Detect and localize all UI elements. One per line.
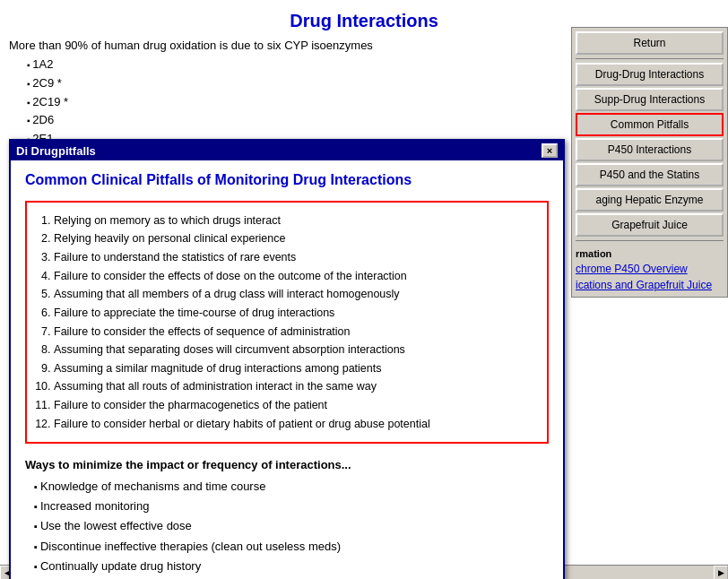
modal-title: Di Drugpitfalls (16, 144, 96, 158)
pitfall-item: Assuming that all routs of administratio… (54, 377, 538, 396)
sidebar-btn-supp-drug[interactable]: Supp-Drug Interactions (576, 88, 724, 111)
pitfall-item: Assuming a similar magnitude of drug int… (54, 359, 538, 378)
minimize-item: Discontinue ineffective therapies (clean… (34, 537, 549, 557)
main-page: Drug Interactions More than 90% of human… (0, 0, 728, 579)
pitfall-item: Relying heavily on personal clinical exp… (54, 229, 538, 248)
sidebar-info-label: rmation (576, 245, 724, 261)
pitfall-item: Failure to consider the effects of dose … (54, 267, 538, 286)
minimize-item: Use the lowest effective dose (34, 516, 549, 536)
minimize-item: Knowledge of mechanisms and time course (34, 477, 549, 497)
sidebar-separator (576, 58, 724, 59)
minimize-section: Ways to minimize the impact or frequency… (25, 458, 549, 575)
minimize-item: Continually update drug history (34, 557, 549, 576)
sidebar-link[interactable]: ications and Grapefruit Juice (576, 277, 724, 293)
pitfall-item: Relying on memory as to which drugs inte… (54, 212, 538, 230)
modal-titlebar: Di Drugpitfalls × (11, 141, 563, 160)
return-button[interactable]: Return (576, 31, 724, 55)
sidebar-btn-p450-statins[interactable]: P450 and the Statins (576, 163, 724, 186)
modal-close-button[interactable]: × (542, 143, 558, 158)
sidebar-separator-2 (576, 240, 724, 241)
sidebar-btn-common-pitfalls[interactable]: Common Pitfalls (576, 113, 724, 136)
sidebar-link[interactable]: chrome P450 Overview (576, 261, 724, 277)
sidebar-btn-grapefruit[interactable]: Grapefruit Juice (576, 213, 724, 237)
pitfall-item: Assuming that separating doses will circ… (54, 341, 538, 359)
sidebar: Return Drug-Drug InteractionsSupp-Drug I… (571, 27, 728, 298)
sidebar-links: chrome P450 Overviewications and Grapefr… (576, 261, 724, 293)
minimize-heading: Ways to minimize the impact or frequency… (25, 458, 549, 471)
minimize-item: Increased monitoring (34, 497, 549, 516)
minimize-list: Knowledge of mechanisms and time courseI… (25, 477, 549, 575)
modal-heading: Common Clinical Pitfalls of Monitoring D… (25, 171, 549, 190)
pitfall-item: Failure to understand the statistics of … (54, 248, 538, 267)
sidebar-btn-aging-hepatic[interactable]: aging Hepatic Enzyme (576, 188, 724, 212)
modal-dialog: Di Drugpitfalls × Common Clinical Pitfal… (9, 139, 565, 579)
modal-body: Common Clinical Pitfalls of Monitoring D… (11, 160, 563, 579)
pitfall-item: Failure to consider the pharmacogenetics… (54, 396, 538, 415)
sidebar-buttons: Drug-Drug InteractionsSupp-Drug Interact… (576, 63, 724, 237)
pitfall-item: Assuming that all members of a drug clas… (54, 285, 538, 304)
sidebar-btn-p450[interactable]: P450 Interactions (576, 138, 724, 161)
sidebar-btn-drug-drug[interactable]: Drug-Drug Interactions (576, 63, 724, 86)
pitfall-item: Failure to consider the effects of seque… (54, 323, 538, 341)
pitfall-item: Failure to appreciate the time-course of… (54, 304, 538, 323)
scroll-right-arrow[interactable]: ▶ (714, 566, 728, 580)
pitfall-item: Failure to consider herbal or dietary ha… (54, 415, 538, 434)
pitfalls-list: Relying on memory as to which drugs inte… (25, 201, 549, 445)
